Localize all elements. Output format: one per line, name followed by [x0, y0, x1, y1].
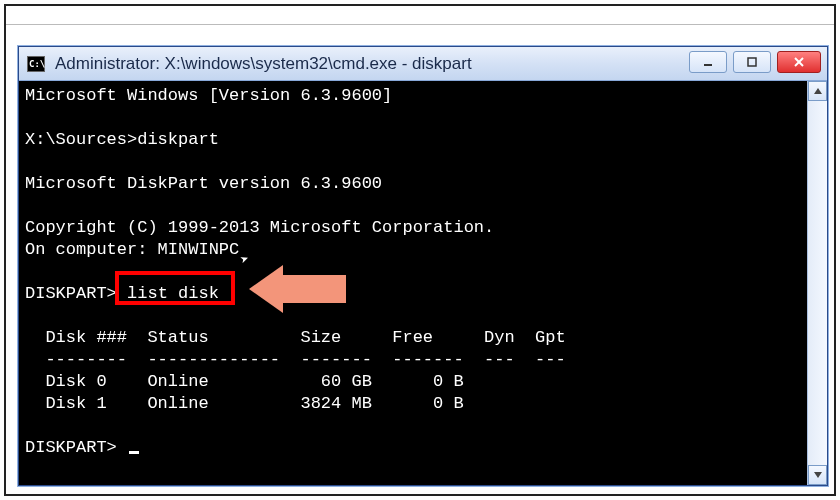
scroll-down-button[interactable] — [808, 465, 827, 485]
svg-marker-5 — [814, 472, 822, 478]
client-area: Microsoft Windows [Version 6.3.9600] X:\… — [19, 81, 827, 485]
vertical-scrollbar[interactable] — [807, 81, 827, 485]
close-button[interactable] — [777, 51, 821, 73]
svg-marker-4 — [814, 88, 822, 94]
titlebar[interactable]: C:\ Administrator: X:\windows\system32\c… — [19, 47, 827, 81]
arrow-body — [282, 275, 346, 303]
maximize-icon — [746, 56, 758, 68]
maximize-button[interactable] — [733, 51, 771, 73]
cmd-icon: C:\ — [27, 56, 45, 72]
arrow-left-icon — [249, 265, 283, 313]
table-header: Disk ### Status Size Free Dyn Gpt — [25, 328, 566, 347]
arrow-annotation — [249, 265, 359, 313]
page-frame: C:\ Administrator: X:\windows\system32\c… — [4, 4, 836, 496]
computer-line: On computer: MINWINPC — [25, 240, 239, 259]
top-divider — [6, 24, 834, 25]
diskpart-version-line: Microsoft DiskPart version 6.3.9600 — [25, 174, 382, 193]
terminal-output[interactable]: Microsoft Windows [Version 6.3.9600] X:\… — [19, 81, 807, 485]
cmd-list-disk: list disk — [127, 284, 219, 303]
window-controls — [689, 51, 821, 73]
prompt-diskpart: DISKPART> — [25, 284, 127, 303]
cmd-diskpart: diskpart — [137, 130, 219, 149]
window-title: Administrator: X:\windows\system32\cmd.e… — [55, 54, 472, 74]
svg-rect-0 — [704, 64, 712, 66]
chevron-up-icon — [813, 86, 823, 96]
table-row: Disk 0 Online 60 GB 0 B — [25, 372, 464, 391]
cmd-window: C:\ Administrator: X:\windows\system32\c… — [18, 46, 828, 486]
mouse-cursor-icon: ➤ — [237, 248, 252, 272]
close-icon — [792, 56, 806, 68]
svg-rect-1 — [748, 58, 756, 66]
version-line: Microsoft Windows [Version 6.3.9600] — [25, 86, 392, 105]
prompt-diskpart-2: DISKPART> — [25, 438, 127, 457]
prompt-sources: X:\Sources> — [25, 130, 137, 149]
scroll-up-button[interactable] — [808, 81, 827, 101]
chevron-down-icon — [813, 470, 823, 480]
minimize-button[interactable] — [689, 51, 727, 73]
table-divider: -------- ------------- ------- ------- -… — [25, 350, 566, 369]
cursor — [129, 451, 139, 454]
minimize-icon — [702, 56, 714, 68]
copyright-line: Copyright (C) 1999-2013 Microsoft Corpor… — [25, 218, 494, 237]
table-row: Disk 1 Online 3824 MB 0 B — [25, 394, 464, 413]
